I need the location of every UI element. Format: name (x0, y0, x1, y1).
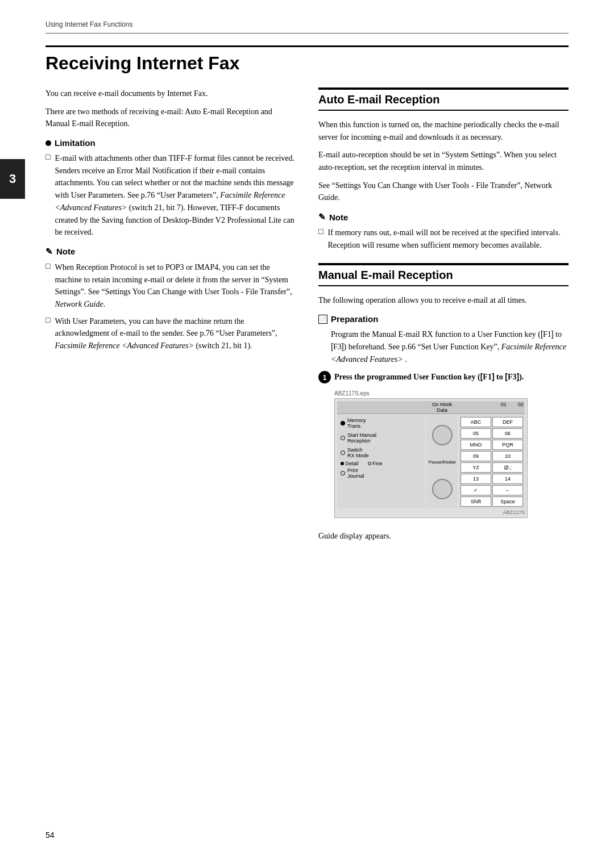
kbd-header-01: 01 (501, 402, 507, 413)
kbd-key-pqr: PQR (492, 440, 523, 450)
kbd-key-06: 06 (492, 428, 523, 439)
page-wrapper: Using Internet Fax Functions 3 Receiving… (0, 0, 614, 868)
step-1-number: 1 (318, 371, 331, 383)
kbd-switch-icon (341, 450, 345, 455)
kbd-key-check: ✓ (460, 485, 491, 495)
auto-email-heading: Auto E-mail Reception (318, 87, 569, 111)
kbd-key-shift: Shift (460, 496, 491, 507)
auto-para1: When this function is turned on, the mac… (318, 119, 569, 143)
kbd-header-row: On Hook Data 01 02 (337, 401, 525, 414)
preparation-heading: 📄 Preparation (318, 314, 569, 324)
right-column: Auto E-mail Reception When this function… (318, 87, 569, 541)
kbd-abz-label: ABZ117S (337, 510, 525, 515)
checkbox-symbol-auto: □ (318, 227, 323, 251)
kbd-key-back: ← (492, 485, 523, 495)
note-heading-auto: ✎ Note (318, 212, 569, 222)
auto-para3: See “Settings You Can Change with User T… (318, 180, 569, 204)
kbd-key-05: 05 (460, 428, 491, 439)
keyboard-diagram: On Hook Data 01 02 (334, 398, 528, 518)
manual-email-heading: Manual E-mail Reception (318, 263, 569, 286)
kbd-switch-rx: SwitchRX Mode (341, 447, 422, 458)
kbd-center-panel: Pause/Redial (426, 415, 458, 508)
limitation-heading: Limitation (45, 138, 296, 148)
kbd-oval-button-2 (432, 479, 453, 499)
two-column-layout: You can receive e-mail documents by Inte… (45, 87, 569, 541)
kbd-key-yz: YZ (460, 462, 491, 473)
checkbox-symbol: □ (45, 153, 50, 239)
limitation-text-1: E-mail with attachments other than TIFF-… (55, 152, 296, 239)
kbd-pause-redial-label: Pause/Redial (429, 460, 456, 465)
kbd-key-13: 13 (460, 474, 491, 484)
kbd-oval-button-1 (432, 425, 453, 445)
keyboard-file-label: ABZ117S.eps (334, 390, 569, 397)
prep-icon: 📄 (318, 315, 327, 324)
note-text-1: When Reception Protocol is set to POP3 o… (55, 261, 296, 311)
kbd-key-14: 14 (492, 474, 523, 484)
kbd-print-icon (341, 471, 345, 475)
left-column: You can receive e-mail documents by Inte… (45, 87, 296, 541)
kbd-key-09: 09 (460, 451, 491, 461)
kbd-key-at: @.; (492, 462, 523, 473)
auto-note-item-1: □ If memory runs out, e-mail will not be… (318, 227, 569, 251)
note-item-1: □ When Reception Protocol is set to POP3… (45, 261, 296, 311)
auto-para2: E-mail auto-reception should be set in “… (318, 149, 569, 173)
kbd-key-mno: MNO (460, 440, 491, 450)
kbd-left-panel: MemoryTrans. Start ManualReception (337, 415, 425, 508)
checkbox-symbol-2: □ (45, 262, 50, 311)
checkbox-symbol-3: □ (45, 316, 50, 352)
kbd-print-journal: PrintJournal (341, 468, 422, 479)
note-icon: ✎ (45, 247, 53, 257)
breadcrumb-text: Using Internet Fax Functions (45, 20, 132, 28)
auto-note-text-1: If memory runs out, e-mail will not be r… (327, 227, 569, 251)
step-1-row: 1 Press the programmed User Function key… (318, 371, 569, 383)
kbd-key-10: 10 (492, 451, 523, 461)
kbd-header-02: 02 (518, 402, 524, 413)
kbd-key-abc: ABC (460, 417, 491, 427)
preparation-text: Program the Manual E-mail RX function to… (318, 328, 569, 365)
kbd-header-onhook: On Hook Data (426, 402, 458, 413)
chapter-tab: 3 (0, 159, 25, 199)
kbd-key-def: DEF (492, 417, 523, 427)
kbd-key-space: Space (492, 496, 523, 507)
kbd-start-manual: Start ManualReception (341, 432, 422, 444)
content-area: Receiving Internet Fax You can receive e… (45, 45, 569, 823)
page-number: 54 (45, 831, 55, 840)
limitation-item-1: □ E-mail with attachments other than TIF… (45, 152, 296, 239)
bullet-icon (45, 140, 51, 146)
kbd-key-grid: ABC DEF 05 06 MNO PQR 09 10 YZ @.; (460, 417, 523, 507)
intro-para1: You can receive e-mail documents by Inte… (45, 87, 296, 100)
breadcrumb: Using Internet Fax Functions (45, 20, 569, 34)
keyboard-diagram-container: ABZ117S.eps On Hook Data 01 02 (334, 390, 569, 518)
kbd-start-icon (341, 436, 345, 440)
intro-para2: There are two methods of receiving e-mai… (45, 106, 296, 130)
kbd-detail-fine: Detail Fine (341, 461, 422, 466)
kbd-right-panel: ABC DEF 05 06 MNO PQR 09 10 YZ @.; (459, 415, 525, 508)
note-icon-auto: ✎ (318, 212, 326, 222)
manual-para1: The following operation allows you to re… (318, 294, 569, 307)
guide-display-text: Guide display appears. (318, 532, 569, 541)
note-item-2: □ With User Parameters, you can have the… (45, 315, 296, 352)
page-title: Receiving Internet Fax (45, 45, 569, 74)
note-text-2: With User Parameters, you can have the m… (55, 315, 296, 352)
step-1-text: Press the programmed User Function key (… (334, 371, 569, 383)
kbd-memory-icon (341, 421, 345, 425)
note-heading-left: ✎ Note (45, 247, 296, 257)
kbd-memory-trans: MemoryTrans. (341, 418, 422, 429)
kbd-main-grid: MemoryTrans. Start ManualReception (337, 415, 525, 508)
